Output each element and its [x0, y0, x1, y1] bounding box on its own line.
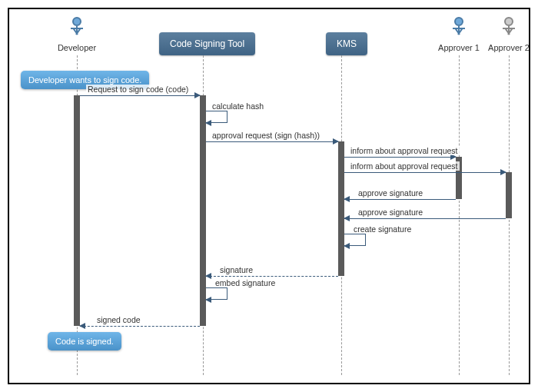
- msg-inform-ap1: [344, 157, 456, 158]
- msg-embed-signature: [206, 287, 227, 300]
- msg-label-m4: inform about approval request: [349, 146, 460, 155]
- msg-signed-code: [80, 326, 200, 327]
- msg-label-m7: approve signature: [357, 208, 424, 217]
- msg-approve-ap1: [344, 199, 456, 200]
- note-end: Code is signed.: [48, 332, 121, 350]
- label-developer: Developer: [54, 43, 100, 52]
- msg-label-m5: inform about approval request: [349, 161, 460, 171]
- actor-developer: Developer: [54, 17, 100, 52]
- activation-approver-2: [506, 172, 512, 218]
- msg-approve-ap2: [344, 218, 506, 219]
- msg-label-m8: create signature: [352, 224, 413, 234]
- msg-label-m6: approve signature: [357, 188, 424, 198]
- activation-developer: [74, 95, 80, 326]
- msg-approval-request: [206, 141, 338, 142]
- msg-label-m11: signed code: [95, 315, 142, 324]
- participant-kms: KMS: [326, 32, 367, 55]
- label-approver-1: Approver 1: [436, 43, 482, 52]
- msg-request-sign: [80, 95, 200, 96]
- msg-label-m9: signature: [218, 265, 254, 274]
- msg-create-signature: [344, 234, 366, 246]
- msg-inform-ap2: [344, 172, 506, 173]
- actor-approver-2: Approver 2: [486, 17, 532, 52]
- msg-signature: [206, 276, 338, 277]
- label-approver-2: Approver 2: [486, 43, 532, 52]
- msg-calculate-hash: [206, 111, 227, 123]
- lifeline-approver-1: [459, 55, 460, 375]
- activation-cst: [200, 95, 206, 326]
- msg-label-m1: Request to sign code (code): [86, 85, 190, 94]
- msg-label-m10: embed signature: [214, 278, 277, 287]
- msg-label-m3: approval request (sign (hash)): [211, 131, 321, 140]
- msg-label-m2: calculate hash: [211, 101, 265, 111]
- activation-kms: [338, 141, 344, 276]
- sequence-diagram: Developer Code Signing Tool KMS Approver…: [8, 8, 530, 384]
- participant-code-signing-tool: Code Signing Tool: [159, 32, 255, 55]
- actor-approver-1: Approver 1: [436, 17, 482, 52]
